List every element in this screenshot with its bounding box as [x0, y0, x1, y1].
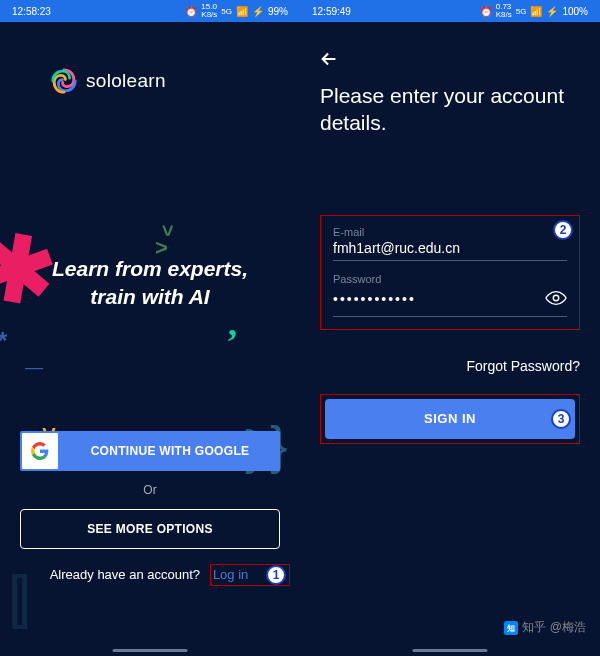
- home-indicator: [113, 649, 188, 652]
- zhihu-watermark: 知 知乎 @梅浩: [504, 619, 586, 636]
- svg-text:知: 知: [506, 623, 515, 632]
- annotation-badge-3: 3: [551, 409, 571, 429]
- password-field[interactable]: ••••••••••••: [333, 287, 567, 317]
- decoration-angle: >: [156, 225, 179, 237]
- password-label: Password: [333, 273, 567, 285]
- status-time: 12:59:49: [312, 6, 351, 17]
- status-time: 12:58:23: [12, 6, 51, 17]
- log-in-link[interactable]: Log in: [211, 565, 250, 584]
- status-bar: 12:58:23 ⏰ 15.0K8/s 5G 📶 ⚡ 99%: [0, 0, 300, 22]
- battery-level: 100%: [562, 6, 588, 17]
- continue-with-google-button[interactable]: CONTINUE WITH GOOGLE: [20, 431, 280, 471]
- svg-point-0: [553, 295, 559, 301]
- brand-logo: sololearn: [50, 67, 280, 95]
- email-label: E-mail: [333, 226, 567, 238]
- page-title: Please enter your account details.: [320, 82, 580, 137]
- signin-highlight-box: SIGN IN 3: [320, 394, 580, 444]
- credentials-form-highlight: 2 E-mail fmh1art@ruc.edu.cn Password •••…: [320, 215, 580, 330]
- network-speed: 0.73K8/s: [496, 3, 512, 19]
- sololearn-swirl-icon: [50, 67, 78, 95]
- annotation-badge-2: 2: [553, 220, 573, 240]
- or-divider: Or: [20, 483, 280, 497]
- login-prompt: Already have an account?: [50, 567, 200, 582]
- network-speed: 15.0K8/s: [201, 3, 217, 19]
- email-field[interactable]: fmh1art@ruc.edu.cn: [333, 240, 567, 261]
- sign-in-button[interactable]: SIGN IN: [325, 399, 575, 439]
- see-more-options-button[interactable]: SEE MORE OPTIONS: [20, 509, 280, 549]
- home-indicator: [413, 649, 488, 652]
- email-field-group: E-mail fmh1art@ruc.edu.cn: [333, 226, 567, 261]
- status-bar: 12:59:49 ⏰ 0.73K8/s 5G 📶 ⚡ 100%: [300, 0, 600, 22]
- toggle-password-visibility-icon[interactable]: [545, 287, 567, 312]
- signal-5g: 5G: [516, 7, 527, 16]
- phone-screen-left: 12:58:23 ⏰ 15.0K8/s 5G 📶 ⚡ 99% sololearn…: [0, 0, 300, 656]
- forgot-password-link[interactable]: Forgot Password?: [320, 358, 580, 374]
- phone-screen-right: 12:59:49 ⏰ 0.73K8/s 5G 📶 ⚡ 100% Please e…: [300, 0, 600, 656]
- decoration-underscore: —: [25, 357, 43, 378]
- google-button-label: CONTINUE WITH GOOGLE: [60, 444, 280, 458]
- decoration-asterisk: *: [0, 327, 7, 355]
- annotation-badge-1: 1: [266, 565, 286, 585]
- alarm-icon: ⏰: [185, 6, 197, 17]
- signal-icon: 📶: [530, 6, 542, 17]
- zhihu-icon: 知: [504, 621, 518, 635]
- brand-name: sololearn: [86, 70, 166, 92]
- back-button[interactable]: [318, 48, 340, 74]
- hero-heading: Learn from experts, train with AI: [16, 255, 284, 312]
- google-logo-icon: [22, 433, 58, 469]
- signal-icon: 📶: [236, 6, 248, 17]
- alarm-icon: ⏰: [480, 6, 492, 17]
- signal-5g: 5G: [221, 7, 232, 16]
- bolt-icon: ⚡: [252, 6, 264, 17]
- bolt-icon: ⚡: [546, 6, 558, 17]
- battery-level: 99%: [268, 6, 288, 17]
- password-field-group: Password ••••••••••••: [333, 273, 567, 317]
